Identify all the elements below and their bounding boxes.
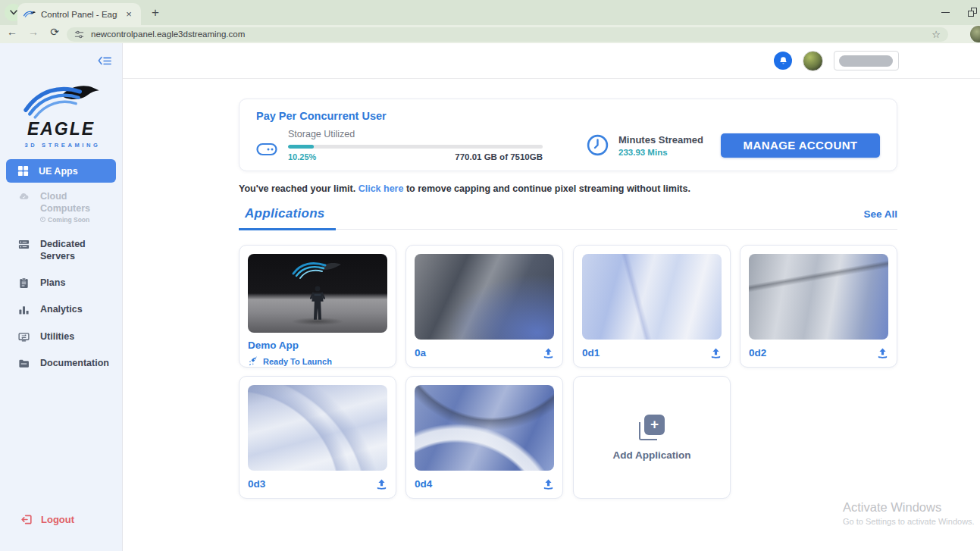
app-card-0d1[interactable]: 0d1	[573, 245, 731, 368]
sidebar-item-plans[interactable]: Plans	[6, 269, 116, 296]
logout-button[interactable]: Logout	[0, 506, 122, 551]
sidebar-item-ue-apps[interactable]: UE Apps	[6, 159, 116, 183]
click-here-link[interactable]: Click here	[358, 183, 404, 194]
tab-close-icon[interactable]: ×	[123, 8, 135, 20]
storage-progress-track	[288, 145, 543, 149]
restore-button[interactable]	[968, 9, 975, 17]
sidebar: EAGLE 3D STREAMING UE Apps Cloud Compute…	[0, 43, 123, 551]
app-status: Ready To Launch	[248, 356, 387, 366]
storage-label: Storage Utilized	[288, 129, 543, 139]
upload-icon[interactable]	[376, 479, 387, 490]
utilities-monitor-icon	[17, 331, 30, 343]
storage-usage: 770.01 GB of 7510GB	[455, 152, 543, 161]
sidebar-item-utilities[interactable]: Utilities	[6, 323, 116, 349]
tab-title: Control Panel - Eagle	[41, 10, 117, 19]
user-avatar[interactable]	[803, 51, 823, 71]
username-redacted	[839, 55, 893, 67]
coming-soon-badge: Coming Soon	[40, 216, 105, 224]
grid-icon	[17, 165, 29, 177]
minutes-streamed-value: 233.93 Mins	[618, 148, 703, 157]
app-card-0d3[interactable]: 0d3	[239, 376, 396, 499]
see-all-link[interactable]: See All	[863, 208, 897, 220]
app-card-0a[interactable]: 0a	[405, 245, 563, 368]
sidebar-item-dedicated-servers[interactable]: Dedicated Servers	[6, 230, 116, 270]
limit-notice-text2: to remove capping and continue pixel str…	[403, 183, 690, 194]
app-name: 0d3	[248, 478, 265, 490]
new-tab-button[interactable]: +	[146, 5, 164, 23]
applications-header: Applications See All	[239, 206, 897, 230]
sidebar-nav: UE Apps Cloud Computers Coming Soon Dedi…	[0, 159, 122, 376]
username-box[interactable]	[834, 51, 899, 70]
folder-icon	[17, 358, 30, 369]
browser-toolbar: ← → ⟳ newcontrolpanel.eagle3dstreaming.c…	[0, 25, 980, 43]
app-name: 0a	[415, 347, 426, 358]
watermark-title: Activate Windows	[843, 500, 975, 515]
sidebar-item-documentation[interactable]: Documentation	[6, 349, 116, 376]
storage-progress-fill	[288, 145, 314, 149]
add-application-button[interactable]: + Add Application	[573, 376, 731, 499]
upload-icon[interactable]	[877, 348, 888, 358]
upload-icon[interactable]	[543, 348, 554, 358]
app-name: 0d4	[415, 478, 432, 490]
reload-icon[interactable]: ⟳	[47, 26, 62, 38]
bookmark-icon[interactable]: ☆	[931, 29, 941, 40]
app-card-0d4[interactable]: 0d4	[405, 376, 563, 499]
character-figure	[308, 281, 327, 325]
sidebar-item-cloud-computers: Cloud Computers Coming Soon	[6, 183, 116, 230]
brand-logo: EAGLE 3D STREAMING	[0, 81, 122, 149]
sidebar-item-analytics[interactable]: Analytics	[6, 296, 116, 322]
app-thumbnail	[248, 254, 387, 333]
nav-label: Utilities	[40, 330, 74, 343]
nav-label: Cloud Computers	[40, 191, 90, 214]
nav-label: UE Apps	[39, 166, 78, 177]
storage-icon	[256, 142, 277, 157]
app-card-0d2[interactable]: 0d2	[740, 245, 897, 368]
add-application-icon: +	[639, 415, 665, 440]
manage-account-button[interactable]: MANAGE ACCOUNT	[721, 133, 880, 158]
forward-icon[interactable]: →	[26, 26, 41, 38]
back-icon[interactable]: ←	[5, 26, 20, 38]
app-name: 0d1	[582, 347, 600, 358]
window-controls	[941, 0, 975, 25]
add-application-label: Add Application	[613, 449, 691, 461]
activate-windows-watermark: Activate Windows Go to Settings to activ…	[843, 500, 975, 526]
nav-label: Plans	[40, 277, 65, 289]
nav-label: Documentation	[40, 357, 107, 369]
rocket-icon	[248, 356, 258, 366]
brand-tagline: 3D STREAMING	[25, 142, 101, 149]
site-favicon-icon	[23, 10, 36, 18]
site-settings-icon[interactable]	[74, 30, 84, 39]
main-content: Pay Per Concurrent User Storage Utilized…	[123, 79, 980, 551]
screen: Control Panel - Eagle × + ← → ⟳ newcontr…	[0, 0, 980, 551]
bar-chart-icon	[17, 304, 30, 315]
upload-icon[interactable]	[543, 479, 554, 490]
clipboard-icon	[17, 277, 30, 289]
address-bar[interactable]: newcontrolpanel.eagle3dstreaming.com ☆	[67, 27, 948, 42]
browser-tab[interactable]: Control Panel - Eagle ×	[17, 3, 141, 25]
app-name: 0d2	[749, 347, 766, 358]
upload-icon[interactable]	[710, 348, 722, 358]
storage-percent: 10.25%	[288, 152, 316, 161]
plan-title: Pay Per Concurrent User	[256, 110, 880, 122]
clock-icon	[587, 134, 609, 156]
minimize-button[interactable]	[941, 12, 950, 13]
url-text[interactable]: newcontrolpanel.eagle3dstreaming.com	[91, 30, 925, 39]
cloud-icon	[17, 191, 30, 202]
brand-name: EAGLE	[27, 119, 95, 139]
applications-title: Applications	[240, 206, 330, 221]
browser-tab-strip: Control Panel - Eagle × +	[0, 0, 980, 25]
logout-icon	[21, 514, 33, 525]
applications-tab[interactable]: Applications	[239, 206, 336, 230]
bell-icon	[778, 56, 788, 66]
notifications-button[interactable]	[774, 52, 792, 70]
limit-notice: You've reached your limit. Click here to…	[239, 183, 690, 194]
app-header	[123, 43, 980, 79]
app-name: Demo App	[248, 340, 387, 351]
eagle-logo-glow-icon	[290, 260, 346, 280]
eagle-logo-icon	[19, 81, 104, 122]
app-card-demo[interactable]: Demo App Ready To Launch	[239, 245, 396, 368]
sidebar-collapse-icon[interactable]	[98, 55, 111, 69]
app-thumbnail	[415, 385, 554, 471]
watermark-subtitle: Go to Settings to activate Windows.	[843, 517, 975, 526]
app-thumbnail	[749, 254, 888, 340]
